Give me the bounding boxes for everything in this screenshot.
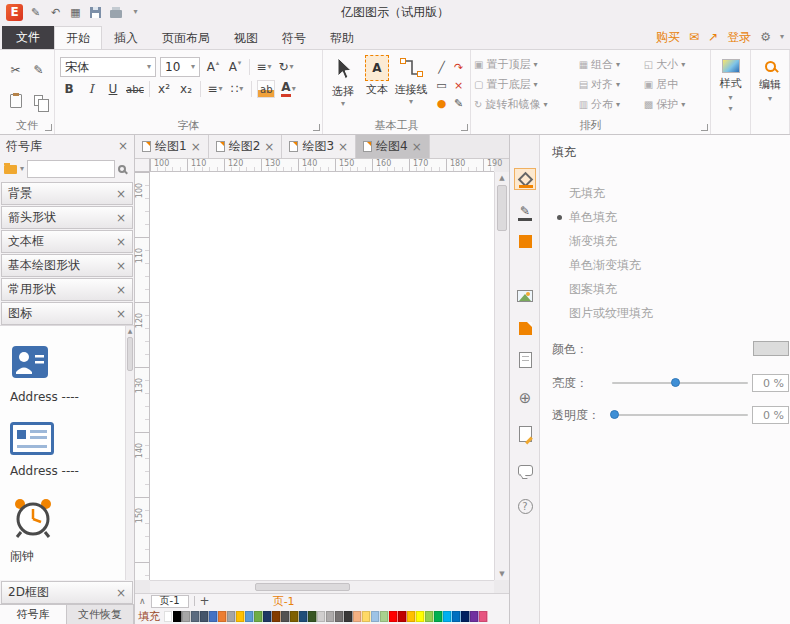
palette-swatch[interactable] bbox=[164, 611, 173, 622]
document-tab-drawing2[interactable]: 绘图2 × bbox=[209, 135, 283, 158]
palette-swatch[interactable] bbox=[200, 611, 209, 622]
select-tool[interactable]: 选择 ▾ bbox=[326, 55, 360, 118]
comment-button[interactable] bbox=[514, 459, 536, 481]
opacity-value[interactable]: 0 % bbox=[752, 406, 789, 424]
palette-swatch[interactable] bbox=[425, 611, 434, 622]
text-highlight-button[interactable]: ab bbox=[257, 80, 275, 98]
palette-swatch[interactable] bbox=[290, 611, 299, 622]
cut-button[interactable]: ✂ bbox=[10, 63, 20, 77]
symbol-list-scrollbar[interactable]: ▲ bbox=[125, 326, 134, 580]
dialog-launcher-icon[interactable] bbox=[701, 124, 708, 131]
font-color-button[interactable]: A▾ bbox=[279, 80, 297, 98]
scrollbar-thumb[interactable] bbox=[497, 185, 507, 231]
subscript-button[interactable]: x₂ bbox=[177, 80, 195, 98]
close-icon[interactable]: × bbox=[116, 236, 126, 248]
send-to-back-button[interactable]: ▢置于底层▾ bbox=[474, 77, 577, 92]
font-size-select[interactable]: 10 ▾ bbox=[160, 57, 200, 77]
palette-swatch[interactable] bbox=[326, 611, 335, 622]
palette-swatch[interactable] bbox=[407, 611, 416, 622]
palette-swatch[interactable] bbox=[272, 611, 281, 622]
italic-button[interactable]: I bbox=[82, 80, 100, 98]
file-menu-button[interactable]: 文件 bbox=[2, 26, 54, 49]
tab-insert[interactable]: 插入 bbox=[102, 26, 150, 49]
hyperlink-button[interactable]: ⊕ bbox=[514, 387, 536, 409]
palette-swatch[interactable] bbox=[416, 611, 425, 622]
category-icons[interactable]: 图标× bbox=[1, 302, 133, 325]
document-tab-drawing1[interactable]: 绘图1 × bbox=[135, 135, 209, 158]
underline-button[interactable]: U bbox=[104, 80, 122, 98]
close-icon[interactable]: × bbox=[116, 284, 126, 296]
palette-swatch[interactable] bbox=[461, 611, 470, 622]
print-button[interactable] bbox=[108, 4, 123, 20]
add-page-button[interactable]: + bbox=[200, 595, 210, 607]
strikethrough-button[interactable]: abc bbox=[126, 80, 144, 98]
note-button[interactable] bbox=[514, 423, 536, 445]
rotate-mirror-button[interactable]: ↻旋转和镜像▾ bbox=[474, 97, 577, 112]
symbol-search-input[interactable] bbox=[27, 160, 115, 178]
close-icon[interactable]: × bbox=[116, 587, 126, 599]
palette-swatch[interactable] bbox=[308, 611, 317, 622]
superscript-button[interactable]: x² bbox=[155, 80, 173, 98]
tab-file-recovery[interactable]: 文件恢复 bbox=[67, 605, 134, 624]
symbol-alarm-clock[interactable]: 闹钟 bbox=[10, 494, 56, 565]
connector-tool[interactable]: 连接线 ▾ bbox=[394, 55, 428, 118]
close-icon[interactable]: × bbox=[191, 141, 201, 153]
group-button[interactable]: ▦组合▾ bbox=[579, 57, 642, 72]
dialog-launcher-icon[interactable] bbox=[45, 124, 52, 131]
center-button[interactable]: ▣居中 bbox=[644, 77, 707, 92]
protect-button[interactable]: ▩保护▾ bbox=[644, 97, 707, 112]
palette-swatch[interactable] bbox=[443, 611, 452, 622]
category-text-box[interactable]: 文本框× bbox=[1, 230, 133, 253]
slider-thumb[interactable] bbox=[610, 410, 619, 419]
option-single-gradient-fill[interactable]: 单色渐变填充 bbox=[540, 253, 790, 277]
option-no-fill[interactable]: 无填充 bbox=[540, 181, 790, 205]
category-2d-block[interactable]: 2D框图× bbox=[1, 581, 133, 604]
delete-point-tool-button[interactable]: × bbox=[454, 79, 463, 92]
fill-tool-button[interactable] bbox=[514, 168, 536, 190]
palette-swatch[interactable] bbox=[398, 611, 407, 622]
palette-swatch[interactable] bbox=[479, 611, 488, 622]
palette-swatch[interactable] bbox=[227, 611, 236, 622]
tab-symbols[interactable]: 符号 bbox=[270, 26, 318, 49]
palette-swatch[interactable] bbox=[281, 611, 290, 622]
text-block-button[interactable] bbox=[514, 349, 536, 371]
palette-swatch[interactable] bbox=[254, 611, 263, 622]
symbol-address-card[interactable]: Address ---- bbox=[10, 342, 79, 404]
palette-swatch[interactable] bbox=[434, 611, 443, 622]
distribute-button[interactable]: ▥分布▾ bbox=[579, 97, 642, 112]
new-document-button[interactable]: ▦ bbox=[68, 4, 83, 20]
close-icon[interactable]: × bbox=[116, 308, 126, 320]
vertical-scrollbar[interactable]: ▲ ▼ bbox=[494, 172, 509, 580]
close-icon[interactable]: × bbox=[338, 141, 348, 153]
line-spacing-button[interactable]: ≡▾ bbox=[206, 80, 224, 98]
tab-page-layout[interactable]: 页面布局 bbox=[150, 26, 222, 49]
brightness-slider[interactable] bbox=[612, 382, 748, 384]
close-icon[interactable]: × bbox=[412, 141, 422, 153]
quick-access-dropdown[interactable]: ▾ bbox=[128, 4, 143, 20]
scrollbar-thumb[interactable] bbox=[127, 337, 133, 371]
dialog-launcher-icon[interactable] bbox=[461, 124, 468, 131]
text-tool[interactable]: A 文本 bbox=[360, 55, 394, 118]
page-nav-icon[interactable]: ∧ bbox=[139, 596, 146, 606]
option-texture-fill[interactable]: 图片或纹理填充 bbox=[540, 301, 790, 325]
scrollbar-thumb[interactable] bbox=[255, 583, 350, 591]
tab-home[interactable]: 开始 bbox=[54, 26, 102, 49]
quick-color-button[interactable] bbox=[514, 230, 536, 252]
close-icon[interactable]: × bbox=[264, 141, 274, 153]
palette-swatch[interactable] bbox=[209, 611, 218, 622]
ellipse-tool-button[interactable]: ● bbox=[437, 97, 447, 110]
rectangle-tool-button[interactable]: ▭ bbox=[436, 79, 446, 92]
symbol-address-id[interactable]: Address ---- bbox=[10, 422, 79, 478]
insert-image-button[interactable] bbox=[514, 285, 536, 307]
edit-mode-button[interactable]: ✎ bbox=[28, 4, 43, 20]
scroll-down-icon[interactable]: ▼ bbox=[495, 568, 509, 580]
shape-format-button[interactable] bbox=[514, 317, 536, 339]
palette-swatch[interactable] bbox=[335, 611, 344, 622]
caret-down-icon[interactable]: ▾ bbox=[20, 165, 24, 173]
close-icon[interactable]: × bbox=[116, 260, 126, 272]
option-pattern-fill[interactable]: 图案填充 bbox=[540, 277, 790, 301]
bold-button[interactable]: B bbox=[60, 80, 78, 98]
option-solid-fill[interactable]: 单色填充 bbox=[540, 205, 790, 229]
decrease-font-size-button[interactable]: A▾ bbox=[226, 58, 244, 76]
pen-tool-button[interactable]: ✎ bbox=[454, 97, 463, 110]
